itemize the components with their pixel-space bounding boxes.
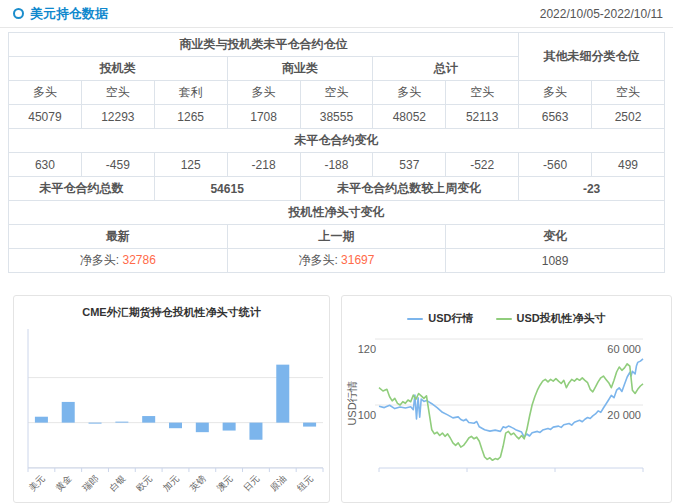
change-value: -522 <box>446 153 519 177</box>
table-row: 投机性净头寸变化 <box>9 201 665 225</box>
bar-chart-canvas: 美元黄金瑞郎白银欧元加元英镑澳元日元原油纽元 <box>14 296 327 500</box>
bullet-circle-icon <box>13 8 24 19</box>
bar-x-label: 纽元 <box>295 473 315 493</box>
col-header: 套利 <box>154 81 227 105</box>
col-header: 多头 <box>9 81 82 105</box>
bar-x-label: 澳元 <box>215 473 235 493</box>
position-value: 2502 <box>592 105 665 129</box>
net-col-latest: 最新 <box>9 225 228 249</box>
position-value: 45079 <box>9 105 82 129</box>
change-value: -560 <box>519 153 592 177</box>
bar-原油[interactable] <box>276 365 289 423</box>
bar-白银[interactable] <box>115 422 128 423</box>
col-header: 多头 <box>373 81 446 105</box>
right-axis-label: 60 000 <box>607 343 641 355</box>
bar-美元[interactable] <box>35 417 48 423</box>
col-header: 空头 <box>300 81 373 105</box>
page-header: 美元持仓数据 2022/10/05-2022/10/11 <box>0 0 673 28</box>
bar-x-label: 加元 <box>161 473 181 493</box>
table-row: 最新 上一期 变化 <box>9 225 665 249</box>
series-line-usd-price[interactable] <box>379 359 643 437</box>
total-oi-change-label: 未平仓合约总数较上周变化 <box>300 177 519 201</box>
bar-纽元[interactable] <box>303 423 316 427</box>
bar-欧元[interactable] <box>142 416 155 423</box>
col-header: 空头 <box>81 81 154 105</box>
table-row: 630 -459 125 -218 -188 537 -522 -560 499 <box>9 153 665 177</box>
net-previous-label: 净多头: <box>298 253 337 267</box>
net-latest-label: 净多头: <box>80 253 119 267</box>
bar-加元[interactable] <box>169 423 182 429</box>
net-col-previous: 上一期 <box>227 225 446 249</box>
net-latest-value: 32786 <box>122 253 155 267</box>
net-col-change: 变化 <box>446 225 665 249</box>
position-value: 1265 <box>154 105 227 129</box>
change-value: -459 <box>81 153 154 177</box>
change-value: 499 <box>592 153 665 177</box>
table-row: 未平仓合约变化 <box>9 129 665 153</box>
net-latest-cell: 净多头: 32786 <box>9 249 228 273</box>
position-value: 12293 <box>81 105 154 129</box>
bar-x-label: 日元 <box>242 473 262 493</box>
col-header: 多头 <box>519 81 592 105</box>
net-previous-value: 31697 <box>341 253 374 267</box>
bar-x-label: 黄金 <box>54 473 74 493</box>
total-oi-value: 54615 <box>154 177 300 201</box>
table-row: 未平仓合约总数 54615 未平仓合约总数较上周变化 -23 <box>9 177 665 201</box>
table-row: 45079 12293 1265 1708 38555 48052 52113 … <box>9 105 665 129</box>
position-value: 38555 <box>300 105 373 129</box>
bar-chart-panel: CME外汇期货持仓投机性净头寸统计 美元黄金瑞郎白银欧元加元英镑澳元日元原油纽元 <box>13 295 330 503</box>
position-value: 48052 <box>373 105 446 129</box>
date-range: 2022/10/05-2022/10/11 <box>540 7 663 21</box>
net-section-header: 投机性净头寸变化 <box>9 201 665 225</box>
change-value: 125 <box>154 153 227 177</box>
change-section-header: 未平仓合约变化 <box>9 129 665 153</box>
net-previous-cell: 净多头: 31697 <box>227 249 446 273</box>
left-axis-label: 120 <box>358 343 376 355</box>
total-oi-change-value: -23 <box>519 177 665 201</box>
bar-x-label: 白银 <box>107 473 127 493</box>
bar-x-label: 美元 <box>27 473 47 493</box>
bar-日元[interactable] <box>249 423 262 440</box>
bar-x-label: 瑞郎 <box>80 473 101 494</box>
table-row: 净多头: 32786 净多头: 31697 1089 <box>9 249 665 273</box>
bar-x-label: 原油 <box>268 473 288 493</box>
position-value: 52113 <box>446 105 519 129</box>
right-axis-label: 20 000 <box>607 409 641 421</box>
line-chart-panel: USD行情 USD投机性净头寸 12010060 00020 000USD行情 <box>341 295 672 503</box>
bar-英镑[interactable] <box>196 423 209 433</box>
net-change-value: 1089 <box>446 249 665 273</box>
col-header: 空头 <box>592 81 665 105</box>
bar-x-label: 欧元 <box>134 473 154 493</box>
subgroup-total: 总计 <box>373 57 519 81</box>
group-header-cell: 商业类与投机类未平仓合约仓位 <box>9 33 519 57</box>
bar-黄金[interactable] <box>62 402 75 423</box>
table-row: 商业类与投机类未平仓合约仓位 其他未细分类仓位 <box>9 33 665 57</box>
page-title: 美元持仓数据 <box>30 5 108 23</box>
line-chart-canvas: 12010060 00020 000USD行情 <box>342 296 669 500</box>
y-axis-title: USD行情 <box>346 380 358 425</box>
positions-table: 商业类与投机类未平仓合约仓位 其他未细分类仓位 投机类 商业类 总计 多头 空头… <box>8 32 665 273</box>
subgroup-speculative: 投机类 <box>9 57 228 81</box>
change-value: -218 <box>227 153 300 177</box>
change-value: 537 <box>373 153 446 177</box>
col-header: 多头 <box>227 81 300 105</box>
col-header: 空头 <box>446 81 519 105</box>
bar-澳元[interactable] <box>223 423 236 431</box>
change-value: -188 <box>300 153 373 177</box>
other-header-cell: 其他未细分类仓位 <box>519 33 665 81</box>
position-value: 1708 <box>227 105 300 129</box>
position-value: 6563 <box>519 105 592 129</box>
bar-瑞郎[interactable] <box>89 423 102 424</box>
left-axis-label: 100 <box>358 409 376 421</box>
subgroup-commercial: 商业类 <box>227 57 373 81</box>
bar-x-label: 英镑 <box>188 473 208 493</box>
change-value: 630 <box>9 153 82 177</box>
total-oi-label: 未平仓合约总数 <box>9 177 155 201</box>
table-row: 多头 空头 套利 多头 空头 多头 空头 多头 空头 <box>9 81 665 105</box>
